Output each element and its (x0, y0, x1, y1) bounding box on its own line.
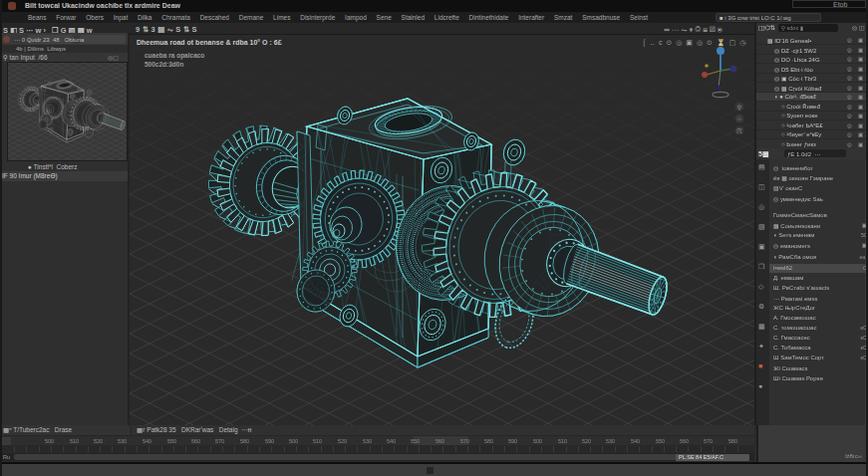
svg-text:⚲: ⚲ (737, 105, 741, 111)
svg-text:☉: ☉ (736, 117, 741, 122)
svg-text:☈: ☈ (736, 128, 741, 134)
